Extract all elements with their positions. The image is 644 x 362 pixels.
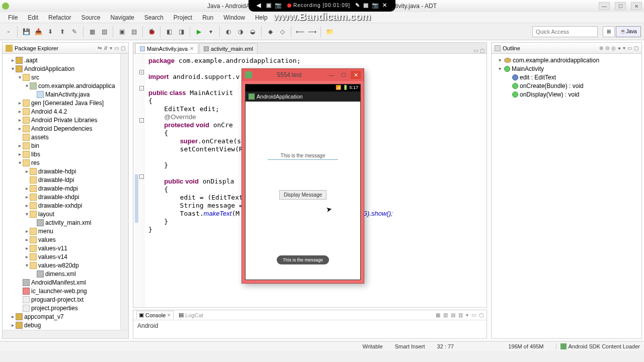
emulator-maximize-button[interactable]: ☐ bbox=[339, 71, 349, 79]
tree-item[interactable]: drawable-ldpi bbox=[3, 175, 128, 184]
display-message-button[interactable]: Display Message bbox=[279, 190, 327, 200]
tree-item[interactable]: ▸drawable-hdpi bbox=[3, 167, 128, 175]
outline-action-icon[interactable]: ● bbox=[618, 45, 621, 51]
tree-item[interactable]: ic_launcher-web.png bbox=[3, 287, 128, 295]
outline-item[interactable]: ▾com.example.androidapplication bbox=[495, 56, 638, 64]
menu-file[interactable]: File bbox=[3, 13, 23, 22]
maximize-editor-icon[interactable]: ▢ bbox=[480, 48, 485, 53]
tree-item[interactable]: ▸gen [Generated Java Files] bbox=[3, 99, 128, 107]
save-all-button[interactable]: 📥 bbox=[33, 26, 44, 37]
debug-button[interactable]: 🐞 bbox=[146, 26, 157, 37]
tree-item[interactable]: ▾res bbox=[3, 158, 128, 167]
console-action-icon[interactable]: ▦ bbox=[436, 312, 440, 318]
tree-item[interactable]: ▾values-w820dp bbox=[3, 261, 128, 269]
console-action-icon[interactable]: ▥ bbox=[458, 312, 463, 318]
outline-tree[interactable]: ▾com.example.androidapplication▾MainActi… bbox=[492, 54, 641, 338]
menu-window[interactable]: Window bbox=[218, 13, 250, 22]
tool-icon[interactable]: ▧ bbox=[99, 26, 110, 37]
menu-help[interactable]: Help bbox=[250, 13, 273, 22]
tree-item[interactable]: ▸values bbox=[3, 235, 128, 244]
tab-mainactivity[interactable]: MainActivity.java ✕ bbox=[135, 43, 198, 53]
tree-item[interactable]: ▾layout bbox=[3, 210, 128, 218]
quick-access-input[interactable] bbox=[532, 26, 598, 37]
minimize-button[interactable]: — bbox=[599, 2, 610, 10]
tool-icon[interactable]: ⬇ bbox=[45, 26, 56, 37]
tool-icon[interactable]: ◆ bbox=[265, 26, 276, 37]
tool-icon[interactable]: ⬆ bbox=[57, 26, 68, 37]
tool-icon[interactable]: ◇ bbox=[277, 26, 288, 37]
tree-item[interactable]: project.properties bbox=[3, 304, 128, 312]
tool-icon[interactable]: ▤ bbox=[128, 26, 139, 37]
minimize-outline-icon[interactable]: ▭ bbox=[627, 45, 632, 51]
tree-item[interactable]: ▾com.example.androidapplica bbox=[3, 81, 128, 90]
tree-item[interactable]: ▸.aapt bbox=[3, 56, 128, 64]
new-button[interactable]: ▫ bbox=[3, 26, 14, 37]
java-perspective-button[interactable]: ☕ Java bbox=[616, 26, 641, 37]
open-perspective-button[interactable]: ⊞ bbox=[603, 26, 615, 37]
menu-source[interactable]: Source bbox=[76, 13, 105, 22]
outline-action-icon[interactable]: ▾ bbox=[623, 45, 625, 51]
outline-action-icon[interactable]: ◎ bbox=[611, 45, 616, 51]
logcat-tab[interactable]: ▤ LogCat bbox=[177, 311, 205, 319]
tree-item[interactable]: ▸bin bbox=[3, 141, 128, 150]
scrollbar-vertical[interactable] bbox=[120, 54, 128, 330]
outline-action-icon[interactable]: ⊖ bbox=[605, 45, 609, 51]
menu-project[interactable]: Project bbox=[169, 13, 197, 22]
tree-item[interactable]: ▸drawable-xhdpi bbox=[3, 193, 128, 201]
tool-icon[interactable]: ◑ bbox=[235, 26, 246, 37]
tree-item[interactable]: ▸drawable-xxhdpi bbox=[3, 201, 128, 210]
tool-icon[interactable]: ◐ bbox=[223, 26, 234, 37]
tree-item[interactable]: ▸values-v11 bbox=[3, 244, 128, 252]
run-dropdown[interactable]: ▾ bbox=[205, 26, 216, 37]
console-action-icon[interactable]: ▤ bbox=[451, 312, 455, 318]
tab-activity-main-xml[interactable]: activity_main.xml bbox=[199, 43, 258, 53]
tree-item[interactable]: assets bbox=[3, 133, 128, 141]
tree-item[interactable]: MainActivity.java bbox=[3, 90, 128, 99]
scrollbar-horizontal[interactable] bbox=[3, 330, 128, 338]
tree-item[interactable]: activity_main.xml bbox=[3, 218, 128, 227]
tree-item[interactable]: ▸debug bbox=[3, 321, 128, 329]
tool-icon[interactable]: ◒ bbox=[247, 26, 258, 37]
outline-item[interactable]: edit : EditText bbox=[495, 73, 638, 81]
tool-icon[interactable]: ⟶ bbox=[306, 26, 317, 37]
tool-icon[interactable]: ✎ bbox=[69, 26, 80, 37]
outline-item[interactable]: ▾MainActivity bbox=[495, 64, 638, 73]
link-editor-icon[interactable]: ⇵ bbox=[104, 45, 108, 51]
emulator-window[interactable]: 5554:test — ☐ ✕ 📶 🔋 5:17 AndroidApplicat… bbox=[242, 68, 364, 284]
save-button[interactable]: 💾 bbox=[21, 26, 32, 37]
maximize-console-icon[interactable]: ▢ bbox=[479, 312, 484, 318]
tree-item[interactable]: ▸libs bbox=[3, 150, 128, 158]
outline-item[interactable]: onCreate(Bundle) : void bbox=[495, 81, 638, 90]
tree-item[interactable]: ▸values-v14 bbox=[3, 252, 128, 261]
console-action-icon[interactable]: ▧ bbox=[443, 312, 448, 318]
menu-navigate[interactable]: Navigate bbox=[105, 13, 139, 22]
tree-item[interactable]: ▸Android Private Libraries bbox=[3, 116, 128, 124]
tool-icon[interactable]: 📁 bbox=[324, 26, 335, 37]
tree-item[interactable]: ▾AndroidApplication bbox=[3, 64, 128, 73]
close-tab-icon[interactable]: ✕ bbox=[190, 46, 194, 51]
emulator-titlebar[interactable]: 5554:test — ☐ ✕ bbox=[242, 69, 364, 81]
tree-item[interactable]: AndroidManifest.xml bbox=[3, 278, 128, 287]
tree-item[interactable]: dimens.xml bbox=[3, 269, 128, 278]
emulator-minimize-button[interactable]: — bbox=[327, 71, 337, 79]
tool-icon[interactable]: ▣ bbox=[116, 26, 127, 37]
tool-icon[interactable]: ▦ bbox=[87, 26, 98, 37]
console-action-icon[interactable]: ▾ bbox=[466, 312, 468, 318]
tree-item[interactable]: ▸drawable-mdpi bbox=[3, 184, 128, 193]
tool-icon[interactable]: ⟵ bbox=[294, 26, 305, 37]
outline-item[interactable]: onDisplay(View) : void bbox=[495, 90, 638, 99]
maximize-button[interactable]: ☐ bbox=[615, 2, 626, 10]
message-input[interactable]: This is the message bbox=[268, 152, 338, 160]
collapse-all-icon[interactable]: ⇆ bbox=[98, 45, 102, 51]
menu-edit[interactable]: Edit bbox=[23, 13, 43, 22]
tool-icon[interactable]: ◧ bbox=[164, 26, 175, 37]
tree-item[interactable]: ▾src bbox=[3, 73, 128, 81]
emulator-close-button[interactable]: ✕ bbox=[351, 71, 361, 79]
tool-icon[interactable]: ◨ bbox=[176, 26, 187, 37]
view-menu-icon[interactable]: ▾ bbox=[110, 45, 112, 51]
minimize-view-icon[interactable]: ▭ bbox=[114, 45, 119, 51]
maximize-outline-icon[interactable]: ▢ bbox=[634, 45, 638, 51]
minimize-console-icon[interactable]: ▭ bbox=[471, 312, 476, 318]
outline-action-icon[interactable]: ⊕ bbox=[599, 45, 603, 51]
tree-item[interactable]: ▸Android 4.4.2 bbox=[3, 107, 128, 116]
